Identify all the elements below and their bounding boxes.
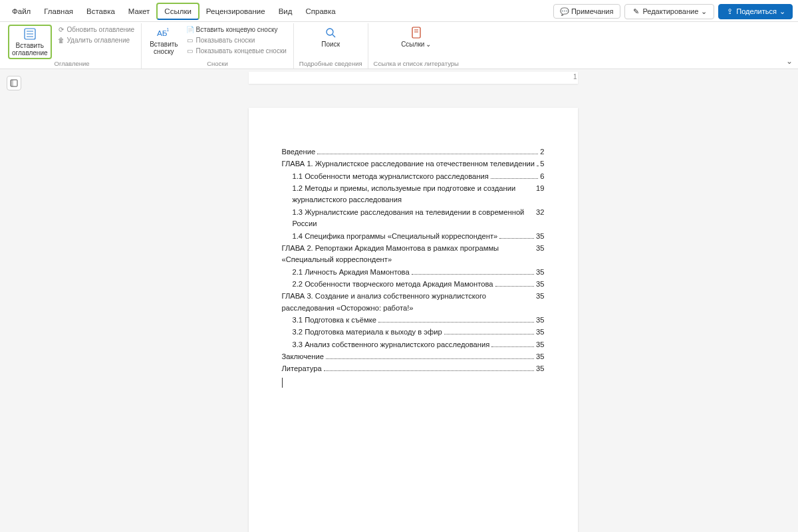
svg-point-6 [327,29,333,35]
navigation-pane-button[interactable] [7,76,21,90]
delete-toc-button: 🗑 Удалить оглавление [56,35,136,46]
comments-button[interactable]: 💬 Примечания [553,4,621,19]
show-endnotes-label: Показывать концевые сноски [196,47,287,56]
toc-entry[interactable]: 1.3 Журналистские расследования на телев… [282,207,545,230]
insert-endnote-button[interactable]: 📄 Вставить концевую сноску [185,25,288,35]
toc-entry-title: Введение [282,146,316,158]
insert-footnote-button[interactable]: AБ1 Вставить сноску [147,25,180,57]
toc-entry[interactable]: Введение2 [282,146,545,158]
trash-icon: 🗑 [57,37,65,45]
group-footnotes-label: Сноски [147,59,288,68]
toc-entry-title: 3.2 Подготовка материала к выходу в эфир [293,327,442,338]
toc-leader-dots [499,238,534,239]
page-number-indicator: 1 [573,73,577,80]
menu-tabs: Файл Главная Вставка Макет Ссылки Реценз… [0,0,798,22]
toc-leader-dots [412,274,534,275]
bibliography-icon [410,26,423,39]
comment-icon: 💬 [561,7,569,15]
group-references-label: Ссылка и список литературы [374,59,459,68]
group-details: Поиск Подробные сведения [294,23,368,68]
toc-leader-dots [324,370,534,371]
document-page[interactable]: Введение2ГЛАВА 1. Журналистское расследо… [249,108,578,532]
toc-leader-dots [491,178,538,179]
show-footnotes-label: Показывать сноски [196,36,255,45]
tab-file[interactable]: Файл [5,4,37,19]
toc-entry[interactable]: 2.2 Особенности творческого метода Аркад… [282,279,545,290]
toc-entry[interactable]: 3.1 Подготовка к съёмке35 [282,315,545,326]
toc-entry-page: 35 [536,291,544,302]
toc-entry-title: 2.2 Особенности творческого метода Аркад… [293,279,493,290]
tab-layout[interactable]: Макет [122,4,157,19]
group-toc-label: Оглавление [8,59,136,68]
update-toc-label: Обновить оглавление [67,25,135,35]
toc-entry-page: 6 [540,171,544,182]
toc-entry[interactable]: Литература35 [282,363,545,374]
show-footnotes-icon: ▭ [186,37,194,45]
toc-entry[interactable]: 1.4 Специфика программы «Специальный кор… [282,231,545,242]
toc-entry-page: 35 [536,363,544,374]
svg-line-7 [332,35,335,37]
edit-mode-button[interactable]: ✎ Редактирование ⌄ [624,4,714,19]
toc-entry-title: 3.1 Подготовка к съёмке [293,315,376,326]
tab-home[interactable]: Главная [37,4,80,19]
svg-text:AБ: AБ [157,29,168,38]
toc-entry[interactable]: ГЛАВА 2. Репортажи Аркадия Мамонтова в р… [282,243,545,266]
show-endnotes-button: ▭ Показывать концевые сноски [185,46,288,57]
search-label: Поиск [321,41,340,48]
toc-entry[interactable]: 3.2 Подготовка материала к выходу в эфир… [282,327,545,338]
group-toc: Вставить оглавление ⟳ Обновить оглавлени… [3,23,142,68]
ribbon: Вставить оглавление ⟳ Обновить оглавлени… [0,22,798,69]
tab-view[interactable]: Вид [272,4,299,19]
toc-leader-dots [495,286,535,287]
toc-entry-title: 2.1 Личность Аркадия Мамонтова [293,267,410,278]
search-button[interactable]: Поиск [319,25,342,49]
toc-entry[interactable]: 3.3 Анализ собственного журналистского р… [282,339,545,350]
toc-entry[interactable]: ГЛАВА 3. Создание и анализ собственного … [282,291,545,314]
document-workspace: 1 Введение2ГЛАВА 1. Журналистское рассле… [0,69,798,532]
toc-entry-title: 1.3 Журналистские расследования на телев… [293,207,533,230]
tab-references[interactable]: Ссылки [156,3,200,20]
toc-entry-page: 35 [536,279,544,290]
group-details-label: Подробные сведения [299,59,362,68]
toc-entry[interactable]: 1.2 Методы и приемы, используемые при по… [282,183,545,206]
endnote-icon: 📄 [186,26,194,34]
tab-help[interactable]: Справка [299,4,342,19]
chevron-down-icon: ⌄ [701,7,707,16]
toc-entry[interactable]: 1.1 Особенности метода журналистского ра… [282,171,545,182]
toc-entry-page: 19 [536,183,544,194]
toc-entry-title: Литература [282,363,322,374]
insert-endnote-label: Вставить концевую сноску [196,25,278,35]
share-label: Поделиться [736,7,777,15]
toc-entry-title: 1.2 Методы и приемы, используемые при по… [293,183,533,206]
toc-entry-title: Заключение [282,351,324,362]
toc-entry[interactable]: 2.1 Личность Аркадия Мамонтова35 [282,267,545,278]
tab-insert[interactable]: Вставка [80,4,122,19]
svg-rect-12 [11,80,13,86]
toc-entry-page: 35 [536,231,544,242]
tab-review[interactable]: Рецензирование [200,4,272,19]
toc-entry[interactable]: ГЛАВА 1. Журналистское расследование на … [282,158,545,170]
links-button[interactable]: Ссылки ⌄ [398,25,434,49]
toc-entry-page: 32 [536,207,544,218]
toc-entry-page: 35 [536,339,544,350]
insert-toc-button[interactable]: Вставить оглавление [8,25,52,59]
refresh-icon: ⟳ [57,26,65,34]
update-toc-button: ⟳ Обновить оглавление [56,25,136,35]
table-of-contents[interactable]: Введение2ГЛАВА 1. Журналистское расследо… [282,146,545,375]
comments-label: Примечания [571,7,614,15]
collapse-ribbon-button[interactable]: ⌄ [786,57,793,66]
toc-entry[interactable]: Заключение35 [282,351,545,362]
search-icon [324,26,337,39]
toc-entry-page: 35 [536,267,544,278]
toc-entry-title: 3.3 Анализ собственного журналистского р… [293,339,490,350]
toc-entry-title: 1.1 Особенности метода журналистского ра… [293,171,489,182]
text-cursor [282,378,545,388]
toc-entry-page: 2 [540,146,544,158]
share-button[interactable]: ⇪ Поделиться ⌄ [718,4,793,19]
chevron-down-icon: ⌄ [426,41,431,48]
toc-icon [23,27,37,41]
toc-entry-title: ГЛАВА 1. Журналистское расследование на … [282,158,535,170]
svg-text:1: 1 [167,27,170,32]
insert-toc-label: Вставить оглавление [12,42,48,57]
toc-leader-dots [537,166,538,166]
